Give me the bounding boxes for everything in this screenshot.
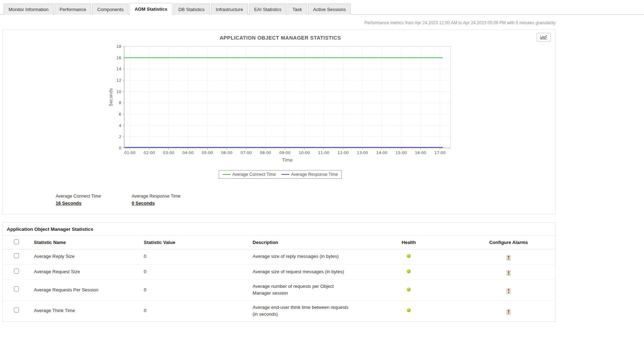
page-content: Performance metrics from Apr 24,2023 12:…	[2, 20, 556, 322]
legend-label: Average Response Time	[291, 172, 338, 177]
chart-type-button[interactable]	[537, 33, 551, 42]
column-header-configure-alarms: Configure Alarms	[461, 236, 556, 249]
description-cell: Average end-user think time between requ…	[248, 301, 356, 321]
tab-active-sessions[interactable]: Active Sessions	[308, 4, 351, 15]
statistic-name-cell: Average Think Time	[30, 301, 140, 321]
column-header-statistic-name: Statistic Name	[30, 236, 140, 249]
svg-text:0: 0	[119, 146, 121, 151]
svg-text:01:00: 01:00	[124, 151, 136, 155]
tab-performance[interactable]: Performance	[55, 4, 91, 15]
svg-text:02:00: 02:00	[143, 151, 155, 155]
svg-text:2: 2	[119, 134, 121, 139]
table-row: Average Think Time0Average end-user thin…	[3, 301, 556, 321]
legend-line-swatch	[223, 174, 230, 175]
svg-text:14: 14	[116, 67, 121, 71]
tab-monitor-information[interactable]: Monitor Information	[4, 4, 54, 15]
summary-stat-label: Average Response Time	[132, 194, 208, 199]
legend-item: Average Connect Time	[223, 172, 276, 177]
svg-text:8: 8	[119, 101, 121, 105]
svg-text:6: 6	[119, 112, 121, 117]
x-axis-label: Time	[282, 158, 293, 163]
tab-bar: Monitor InformationPerformanceComponents…	[0, 0, 644, 15]
health-status-icon	[407, 308, 411, 312]
configure-alarms-icon[interactable]	[506, 309, 511, 315]
statistic-name-cell: Average Request Size	[30, 264, 140, 280]
chart-panel: APPLICATION OBJECT MANAGER STATISTICS 02…	[2, 30, 556, 214]
table-row: Average Requests Per Session0Average num…	[3, 280, 556, 301]
description-cell: Average size of reply messages (in bytes…	[248, 249, 356, 265]
table-row: Average Reply Size0Average size of reply…	[3, 249, 556, 265]
svg-text:10: 10	[116, 90, 121, 94]
svg-text:4: 4	[119, 123, 121, 128]
summary-stat: Average Response Time0 Seconds	[132, 194, 208, 206]
svg-text:11:00: 11:00	[318, 151, 329, 155]
legend-line-swatch	[282, 174, 289, 175]
column-header-description: Description	[248, 236, 356, 249]
svg-text:13:00: 13:00	[357, 151, 368, 155]
statistics-table: Statistic NameStatistic ValueDescription…	[3, 235, 556, 321]
svg-text:15:00: 15:00	[396, 151, 407, 155]
health-status-icon	[407, 287, 411, 291]
description-cell: Average number of requests per Object Ma…	[248, 280, 356, 301]
line-chart-icon	[540, 35, 548, 40]
aom-statistics-line-chart: 02468101214161801:0002:0003:0004:0005:00…	[108, 43, 452, 164]
chart-legend: Average Connect TimeAverage Response Tim…	[219, 170, 342, 179]
tab-db-statistics[interactable]: DB Statistics	[173, 4, 210, 15]
tab-components[interactable]: Components	[92, 4, 128, 15]
tab-eai-statistics[interactable]: EAI Statistics	[249, 4, 286, 15]
tab-aom-statistics[interactable]: AOM Statistics	[130, 3, 172, 15]
health-status-icon	[407, 269, 411, 273]
svg-text:08:00: 08:00	[260, 151, 271, 155]
chart-area: APPLICATION OBJECT MANAGER STATISTICS 02…	[108, 35, 452, 179]
svg-text:07:00: 07:00	[240, 151, 252, 155]
column-header-health: Health	[356, 236, 461, 249]
row-checkbox[interactable]	[14, 307, 19, 312]
health-status-icon	[407, 254, 411, 258]
svg-text:05:00: 05:00	[202, 151, 213, 155]
svg-text:12: 12	[116, 78, 121, 83]
column-header-statistic-value: Statistic Value	[140, 236, 248, 249]
select-all-checkbox[interactable]	[14, 239, 19, 244]
summary-stat: Average Connect Time16 Seconds	[56, 194, 132, 206]
legend-label: Average Connect Time	[232, 172, 276, 177]
configure-alarms-icon[interactable]	[506, 270, 511, 276]
svg-text:06:00: 06:00	[221, 151, 233, 155]
tab-infrastructure[interactable]: Infrastructure	[211, 4, 248, 15]
statistic-value-cell: 0	[140, 249, 248, 265]
table-row: Average Request Size0Average size of req…	[3, 264, 556, 280]
summary-stat-value-link[interactable]: 0 Seconds	[132, 200, 155, 206]
svg-text:14:00: 14:00	[376, 151, 387, 155]
summary-stats: Average Connect Time16 SecondsAverage Re…	[56, 194, 555, 206]
statistic-name-cell: Average Reply Size	[30, 249, 140, 265]
metrics-period-note: Performance metrics from Apr 24,2023 12:…	[2, 20, 556, 25]
svg-text:10:00: 10:00	[299, 151, 310, 155]
svg-text:18: 18	[116, 44, 121, 49]
svg-text:09:00: 09:00	[279, 151, 291, 155]
svg-text:12:00: 12:00	[338, 151, 349, 155]
summary-stat-label: Average Connect Time	[56, 194, 132, 199]
statistic-value-cell: 0	[140, 280, 248, 301]
statistic-value-cell: 0	[140, 301, 248, 321]
svg-text:16:00: 16:00	[415, 151, 426, 155]
tab-task[interactable]: Task	[288, 4, 307, 15]
svg-text:17:00: 17:00	[434, 151, 446, 155]
configure-alarms-icon[interactable]	[506, 255, 511, 261]
svg-text:03:00: 03:00	[163, 151, 174, 155]
svg-text:16: 16	[116, 56, 121, 60]
row-checkbox[interactable]	[14, 253, 19, 258]
row-checkbox[interactable]	[14, 269, 19, 274]
legend-item: Average Response Time	[282, 172, 338, 177]
configure-alarms-icon[interactable]	[506, 288, 511, 294]
y-axis-label: Seconds	[108, 88, 113, 106]
description-cell: Average size of request messages (in byt…	[248, 264, 356, 280]
chart-title: APPLICATION OBJECT MANAGER STATISTICS	[108, 35, 452, 41]
table-title: Application Object Manager Statistics	[3, 223, 555, 235]
statistic-value-cell: 0	[140, 264, 248, 280]
summary-stat-value-link[interactable]: 16 Seconds	[56, 200, 81, 206]
statistics-table-panel: Application Object Manager Statistics St…	[2, 222, 556, 322]
row-checkbox[interactable]	[14, 286, 19, 291]
svg-text:04:00: 04:00	[182, 151, 194, 155]
statistic-name-cell: Average Requests Per Session	[30, 280, 140, 301]
